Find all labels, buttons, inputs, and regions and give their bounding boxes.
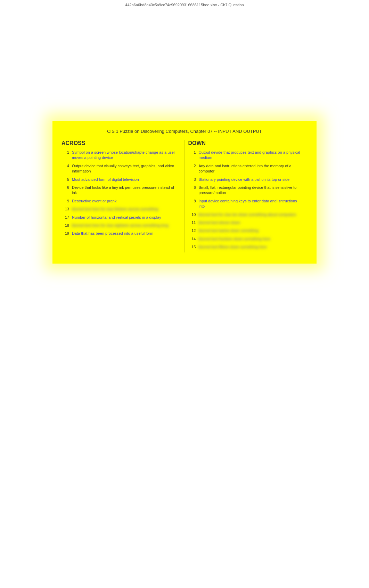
clue-number: 1	[188, 150, 196, 154]
clue-number: 10	[188, 212, 196, 217]
clue-number: 5	[62, 177, 69, 182]
clue-text: blurred text here for clue eighteen acro…	[72, 223, 178, 228]
list-item: 6Small, flat, rectangular pointing devic…	[188, 185, 304, 196]
list-item: 19Data that has been processed into a us…	[62, 231, 178, 236]
clue-number: 14	[188, 236, 196, 241]
clue-number: 9	[62, 199, 69, 203]
page-title-bar: 442a6a6bd8a40c5a9cc74c969209316686115bee…	[0, 0, 369, 10]
clue-number: 4	[62, 163, 69, 168]
clue-number: 6	[188, 185, 196, 190]
list-item: 15blurred text fifteen down something he…	[188, 244, 304, 250]
across-column: ACROSS 1Symbol on a screen whose locatio…	[62, 140, 181, 252]
clue-text: Device that looks like a tiny ink pen us…	[72, 185, 178, 196]
list-item: 1Symbol on a screen whose location/shapt…	[62, 150, 178, 161]
down-column: DOWN 1Output devide that produces text a…	[188, 140, 308, 252]
clue-number: 12	[188, 228, 196, 233]
list-item: 11blurred text eleven down	[188, 220, 304, 225]
clue-text: Stationary pointing device with a ball o…	[199, 177, 304, 182]
clue-text: blurred text eleven down	[199, 220, 304, 225]
clue-text: blurred text twelve down something	[199, 228, 304, 233]
list-item: 10blurred text for clue ten down somethi…	[188, 212, 304, 217]
columns-wrapper: ACROSS 1Symbol on a screen whose locatio…	[62, 140, 308, 252]
clue-number: 8	[188, 199, 196, 203]
clue-text: blurred text fourteen down something her…	[199, 236, 304, 242]
list-item: 18blurred text here for clue eighteen ac…	[62, 223, 178, 228]
clue-text: Input device containing keys to enter da…	[199, 199, 304, 209]
puzzle-title: CIS 1 Puzzle on Discovering Computers, C…	[62, 129, 308, 134]
clue-text: Number of horizontal and vertical piexel…	[72, 215, 178, 220]
list-item: 3Stationary pointing device with a ball …	[188, 177, 304, 182]
clue-number: 11	[188, 220, 196, 225]
outer-wrapper: CIS 1 Puzzle on Discovering Computers, C…	[0, 10, 369, 264]
clue-text: blurred text for clue ten down something…	[199, 212, 304, 217]
across-header: ACROSS	[62, 140, 178, 146]
clue-number: 6	[62, 185, 69, 190]
clue-text: Output devide that produces text and gra…	[199, 150, 304, 161]
clue-text: Data that has been processed into a usef…	[72, 231, 178, 236]
column-divider	[184, 140, 185, 252]
page-title: 442a6a6bd8a40c5a9cc74c969209316686115bee…	[125, 3, 244, 7]
puzzle-container: CIS 1 Puzzle on Discovering Computers, C…	[52, 121, 317, 264]
clue-number: 18	[62, 223, 69, 227]
clue-text: Destructive event or prank	[72, 199, 178, 204]
clue-number: 13	[62, 207, 69, 211]
clue-number: 2	[188, 163, 196, 168]
list-item: 1Output devide that produces text and gr…	[188, 150, 304, 161]
list-item: 2Any data and isntructions entered into …	[188, 163, 304, 174]
clue-text: Small, flat, rectangular pointing device…	[199, 185, 304, 196]
clue-text: Any data and isntructions entered into t…	[199, 163, 304, 174]
clue-number: 17	[62, 215, 69, 219]
clue-number: 3	[188, 177, 196, 182]
clue-number: 19	[62, 231, 69, 235]
clue-number: 1	[62, 150, 69, 154]
clue-text: blurred text fifteen down something here	[199, 244, 304, 250]
clue-text: blurred text here for clue thirteen acro…	[72, 207, 178, 212]
clue-number: 15	[188, 244, 196, 249]
list-item: 9Destructive event or prank	[62, 199, 178, 204]
list-item: 12blurred text twelve down something	[188, 228, 304, 233]
down-clue-list: 1Output devide that produces text and gr…	[188, 150, 304, 250]
list-item: 6Device that looks like a tiny ink pen u…	[62, 185, 178, 196]
clue-text: Symbol on a screen whose location/shapte…	[72, 150, 178, 161]
list-item: 17Number of horizontal and vertical piex…	[62, 215, 178, 220]
list-item: 4Output device that visually conveys tex…	[62, 163, 178, 174]
list-item: 14blurred text fourteen down something h…	[188, 236, 304, 242]
across-clue-list: 1Symbol on a screen whose location/shapt…	[62, 150, 178, 236]
list-item: 5Most advanced form of digital televisio…	[62, 177, 178, 182]
clue-text: Most advanced form of digital television	[72, 177, 178, 182]
list-item: 13blurred text here for clue thirteen ac…	[62, 207, 178, 212]
clue-text: Output device that visually conveys text…	[72, 163, 178, 174]
list-item: 8Input device containing keys to enter d…	[188, 199, 304, 209]
down-header: DOWN	[188, 140, 304, 146]
